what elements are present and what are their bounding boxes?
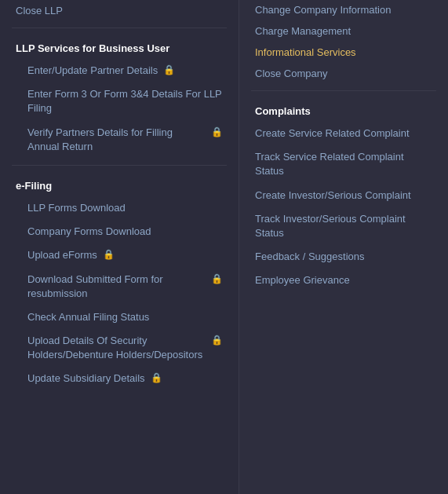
left-menu-item[interactable]: LLP Forms Download (0, 196, 239, 220)
right-menu-charge-management[interactable]: Charge Management (239, 20, 448, 42)
right-menu-track-service-complaint[interactable]: Track Service Related Complaint Status (239, 145, 448, 183)
right-panel: Change Company Information Charge Manage… (239, 0, 448, 494)
right-menu-track-investor-complaint[interactable]: Track Investor/Serious Complaint Status (239, 207, 448, 245)
lock-icon: 🔒 (151, 371, 162, 385)
menu-item-label: Check Annual Filing Status (27, 310, 149, 324)
divider-1 (12, 27, 227, 28)
menu-label: Close Company (255, 68, 328, 79)
lock-icon: 🔒 (163, 64, 175, 77)
right-menu-feedback-suggestions[interactable]: Feedback / Suggestions (239, 245, 448, 269)
menu-item-label: LLP Forms Download (27, 201, 126, 215)
complaints-header: Complaints (239, 97, 448, 122)
lock-icon: 🔒 (211, 126, 223, 139)
efiling-header: e-Filing (0, 172, 239, 196)
left-menu-item[interactable]: Download Submitted Form for resubmission… (0, 268, 239, 306)
menu-item-label: Upload eForms (27, 248, 97, 262)
lock-icon: 🔒 (211, 334, 223, 347)
right-menu-change-company[interactable]: Change Company Information (239, 0, 448, 20)
menu-label: Create Investor/Serious Complaint (255, 188, 411, 203)
menu-label: Employee Grievance (255, 273, 350, 287)
menu-label: Track Service Related Complaint Status (255, 150, 432, 178)
menu-label: Track Investor/Serious Complaint Status (255, 212, 432, 240)
menu-item-label: Verify Partners Details for Filling Annu… (27, 126, 206, 154)
left-menu-item[interactable]: Enter Form 3 Or Form 3&4 Details For LLP… (0, 82, 239, 120)
lock-icon: 🔒 (211, 273, 223, 286)
right-menu-create-investor-complaint[interactable]: Create Investor/Serious Complaint (239, 184, 448, 207)
left-menu-update-subsidiary[interactable]: Update Subsidiary Details 🔒 (0, 367, 239, 390)
left-menu-upload-security[interactable]: Upload Details Of Security Holders/Deben… (0, 329, 239, 367)
lock-icon: 🔒 (103, 248, 115, 262)
menu-item-label: Company Forms Download (27, 225, 151, 239)
left-menu-item[interactable]: Upload eForms 🔒 (0, 243, 239, 267)
menu-item-label: Enter/Update Partner Details (27, 64, 158, 78)
menu-label: Feedback / Suggestions (255, 250, 364, 264)
close-llp-item[interactable]: Close LLP (0, 0, 239, 21)
menu-label: Informational Services (255, 46, 356, 58)
right-menu-close-company[interactable]: Close Company (239, 63, 448, 84)
left-panel: Close LLP LLP Services for Business User… (0, 0, 239, 494)
left-menu-item[interactable]: Check Annual Filing Status (0, 306, 239, 329)
right-menu-create-service-complaint[interactable]: Create Service Related Complaint (239, 122, 448, 145)
menu-label: Charge Management (255, 25, 351, 37)
menu-item-label: Enter Form 3 Or Form 3&4 Details For LLP… (27, 87, 223, 115)
menu-item-label: Update Subsidiary Details (27, 371, 145, 386)
left-menu-item[interactable]: Company Forms Download (0, 220, 239, 243)
divider-2 (12, 165, 227, 166)
divider-right (251, 90, 436, 91)
llp-services-header: LLP Services for Business User (0, 35, 239, 59)
right-menu-employee-grievance[interactable]: Employee Grievance (239, 269, 448, 292)
menu-label: Create Service Related Complaint (255, 126, 410, 141)
left-menu-item[interactable]: Enter/Update Partner Details 🔒 (0, 59, 239, 82)
menu-item-label: Upload Details Of Security Holders/Deben… (27, 334, 206, 362)
left-menu-item[interactable]: Verify Partners Details for Filling Annu… (0, 121, 239, 159)
menu-item-label: Download Submitted Form for resubmission (27, 273, 206, 301)
right-menu-informational-services[interactable]: Informational Services (239, 42, 448, 63)
